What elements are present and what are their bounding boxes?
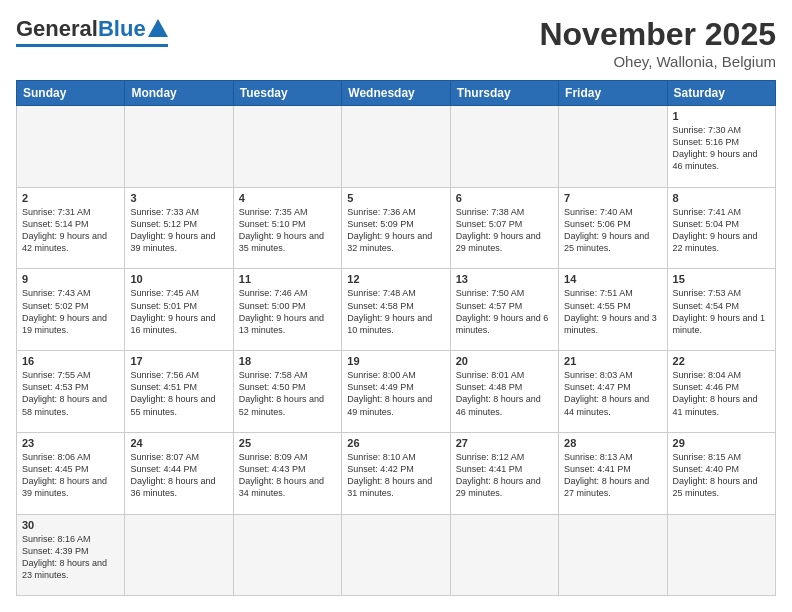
col-sunday: Sunday <box>17 81 125 106</box>
calendar-cell: 25Sunrise: 8:09 AM Sunset: 4:43 PM Dayli… <box>233 432 341 514</box>
calendar-cell: 5Sunrise: 7:36 AM Sunset: 5:09 PM Daylig… <box>342 187 450 269</box>
day-info: Sunrise: 7:50 AM Sunset: 4:57 PM Dayligh… <box>456 287 553 336</box>
calendar-cell: 6Sunrise: 7:38 AM Sunset: 5:07 PM Daylig… <box>450 187 558 269</box>
day-info: Sunrise: 8:00 AM Sunset: 4:49 PM Dayligh… <box>347 369 444 418</box>
day-info: Sunrise: 8:03 AM Sunset: 4:47 PM Dayligh… <box>564 369 661 418</box>
calendar-cell <box>450 106 558 188</box>
day-info: Sunrise: 7:53 AM Sunset: 4:54 PM Dayligh… <box>673 287 770 336</box>
day-info: Sunrise: 7:45 AM Sunset: 5:01 PM Dayligh… <box>130 287 227 336</box>
day-number: 9 <box>22 273 119 285</box>
month-title: November 2025 <box>539 16 776 53</box>
col-friday: Friday <box>559 81 667 106</box>
col-wednesday: Wednesday <box>342 81 450 106</box>
calendar-cell: 23Sunrise: 8:06 AM Sunset: 4:45 PM Dayli… <box>17 432 125 514</box>
calendar-cell <box>450 514 558 595</box>
calendar-cell: 20Sunrise: 8:01 AM Sunset: 4:48 PM Dayli… <box>450 351 558 433</box>
day-number: 5 <box>347 192 444 204</box>
calendar-cell: 13Sunrise: 7:50 AM Sunset: 4:57 PM Dayli… <box>450 269 558 351</box>
day-number: 30 <box>22 519 119 531</box>
day-info: Sunrise: 7:35 AM Sunset: 5:10 PM Dayligh… <box>239 206 336 255</box>
day-number: 19 <box>347 355 444 367</box>
calendar-cell <box>559 106 667 188</box>
calendar-cell <box>125 106 233 188</box>
day-number: 15 <box>673 273 770 285</box>
day-info: Sunrise: 8:13 AM Sunset: 4:41 PM Dayligh… <box>564 451 661 500</box>
col-saturday: Saturday <box>667 81 775 106</box>
week-row-1: 2Sunrise: 7:31 AM Sunset: 5:14 PM Daylig… <box>17 187 776 269</box>
logo-line <box>16 44 168 47</box>
calendar-cell: 15Sunrise: 7:53 AM Sunset: 4:54 PM Dayli… <box>667 269 775 351</box>
days-row: Sunday Monday Tuesday Wednesday Thursday… <box>17 81 776 106</box>
day-info: Sunrise: 7:40 AM Sunset: 5:06 PM Dayligh… <box>564 206 661 255</box>
calendar-cell <box>233 106 341 188</box>
calendar-cell: 8Sunrise: 7:41 AM Sunset: 5:04 PM Daylig… <box>667 187 775 269</box>
day-number: 21 <box>564 355 661 367</box>
location: Ohey, Wallonia, Belgium <box>539 53 776 70</box>
day-number: 20 <box>456 355 553 367</box>
day-number: 29 <box>673 437 770 449</box>
day-info: Sunrise: 7:46 AM Sunset: 5:00 PM Dayligh… <box>239 287 336 336</box>
day-info: Sunrise: 7:31 AM Sunset: 5:14 PM Dayligh… <box>22 206 119 255</box>
day-info: Sunrise: 7:58 AM Sunset: 4:50 PM Dayligh… <box>239 369 336 418</box>
logo-general: General <box>16 16 98 42</box>
logo-text: GeneralBlue <box>16 16 168 42</box>
day-number: 23 <box>22 437 119 449</box>
day-number: 7 <box>564 192 661 204</box>
day-number: 4 <box>239 192 336 204</box>
calendar-cell: 30Sunrise: 8:16 AM Sunset: 4:39 PM Dayli… <box>17 514 125 595</box>
calendar-body: 1Sunrise: 7:30 AM Sunset: 5:16 PM Daylig… <box>17 106 776 596</box>
day-info: Sunrise: 8:09 AM Sunset: 4:43 PM Dayligh… <box>239 451 336 500</box>
day-info: Sunrise: 7:41 AM Sunset: 5:04 PM Dayligh… <box>673 206 770 255</box>
day-info: Sunrise: 8:04 AM Sunset: 4:46 PM Dayligh… <box>673 369 770 418</box>
day-info: Sunrise: 8:01 AM Sunset: 4:48 PM Dayligh… <box>456 369 553 418</box>
calendar-cell <box>125 514 233 595</box>
day-number: 11 <box>239 273 336 285</box>
day-number: 17 <box>130 355 227 367</box>
day-number: 2 <box>22 192 119 204</box>
day-info: Sunrise: 7:33 AM Sunset: 5:12 PM Dayligh… <box>130 206 227 255</box>
day-info: Sunrise: 7:38 AM Sunset: 5:07 PM Dayligh… <box>456 206 553 255</box>
day-info: Sunrise: 7:30 AM Sunset: 5:16 PM Dayligh… <box>673 124 770 173</box>
calendar-cell: 18Sunrise: 7:58 AM Sunset: 4:50 PM Dayli… <box>233 351 341 433</box>
day-info: Sunrise: 7:55 AM Sunset: 4:53 PM Dayligh… <box>22 369 119 418</box>
logo: GeneralBlue <box>16 16 168 47</box>
day-info: Sunrise: 8:06 AM Sunset: 4:45 PM Dayligh… <box>22 451 119 500</box>
calendar-cell: 27Sunrise: 8:12 AM Sunset: 4:41 PM Dayli… <box>450 432 558 514</box>
col-thursday: Thursday <box>450 81 558 106</box>
calendar-cell: 11Sunrise: 7:46 AM Sunset: 5:00 PM Dayli… <box>233 269 341 351</box>
title-area: November 2025 Ohey, Wallonia, Belgium <box>539 16 776 70</box>
calendar-cell <box>342 106 450 188</box>
calendar-cell: 3Sunrise: 7:33 AM Sunset: 5:12 PM Daylig… <box>125 187 233 269</box>
calendar-cell: 19Sunrise: 8:00 AM Sunset: 4:49 PM Dayli… <box>342 351 450 433</box>
calendar-cell: 16Sunrise: 7:55 AM Sunset: 4:53 PM Dayli… <box>17 351 125 433</box>
calendar-cell: 14Sunrise: 7:51 AM Sunset: 4:55 PM Dayli… <box>559 269 667 351</box>
day-number: 26 <box>347 437 444 449</box>
day-info: Sunrise: 7:51 AM Sunset: 4:55 PM Dayligh… <box>564 287 661 336</box>
day-info: Sunrise: 8:16 AM Sunset: 4:39 PM Dayligh… <box>22 533 119 582</box>
calendar-cell <box>17 106 125 188</box>
header: GeneralBlue November 2025 Ohey, Wallonia… <box>16 16 776 70</box>
day-info: Sunrise: 7:43 AM Sunset: 5:02 PM Dayligh… <box>22 287 119 336</box>
calendar-cell <box>559 514 667 595</box>
week-row-3: 16Sunrise: 7:55 AM Sunset: 4:53 PM Dayli… <box>17 351 776 433</box>
calendar-cell: 12Sunrise: 7:48 AM Sunset: 4:58 PM Dayli… <box>342 269 450 351</box>
calendar-cell: 10Sunrise: 7:45 AM Sunset: 5:01 PM Dayli… <box>125 269 233 351</box>
calendar-cell: 2Sunrise: 7:31 AM Sunset: 5:14 PM Daylig… <box>17 187 125 269</box>
day-info: Sunrise: 8:10 AM Sunset: 4:42 PM Dayligh… <box>347 451 444 500</box>
day-number: 28 <box>564 437 661 449</box>
calendar-cell: 1Sunrise: 7:30 AM Sunset: 5:16 PM Daylig… <box>667 106 775 188</box>
day-number: 18 <box>239 355 336 367</box>
day-number: 25 <box>239 437 336 449</box>
calendar-cell: 17Sunrise: 7:56 AM Sunset: 4:51 PM Dayli… <box>125 351 233 433</box>
day-info: Sunrise: 8:15 AM Sunset: 4:40 PM Dayligh… <box>673 451 770 500</box>
week-row-0: 1Sunrise: 7:30 AM Sunset: 5:16 PM Daylig… <box>17 106 776 188</box>
week-row-2: 9Sunrise: 7:43 AM Sunset: 5:02 PM Daylig… <box>17 269 776 351</box>
col-tuesday: Tuesday <box>233 81 341 106</box>
day-info: Sunrise: 8:07 AM Sunset: 4:44 PM Dayligh… <box>130 451 227 500</box>
calendar-cell: 4Sunrise: 7:35 AM Sunset: 5:10 PM Daylig… <box>233 187 341 269</box>
calendar-header: Sunday Monday Tuesday Wednesday Thursday… <box>17 81 776 106</box>
week-row-5: 30Sunrise: 8:16 AM Sunset: 4:39 PM Dayli… <box>17 514 776 595</box>
day-info: Sunrise: 7:36 AM Sunset: 5:09 PM Dayligh… <box>347 206 444 255</box>
day-number: 27 <box>456 437 553 449</box>
calendar-cell: 21Sunrise: 8:03 AM Sunset: 4:47 PM Dayli… <box>559 351 667 433</box>
